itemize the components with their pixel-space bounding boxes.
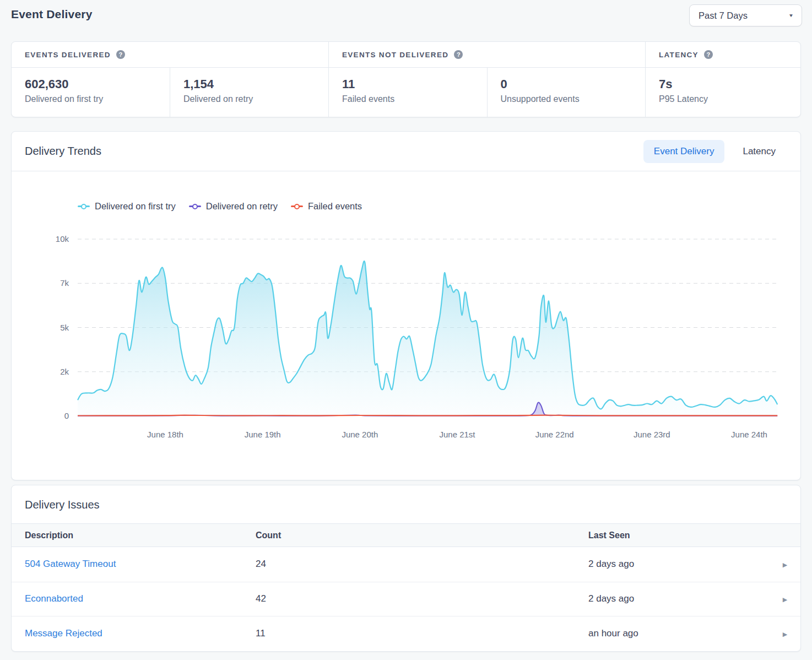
svg-text:June 21st: June 21st bbox=[439, 430, 475, 439]
svg-text:June 22nd: June 22nd bbox=[535, 430, 574, 439]
stat-label: Delivered on retry bbox=[183, 94, 315, 104]
stat-group-events-delivered: EVENTS DELIVERED ? 602,630 Delivered on … bbox=[12, 42, 328, 117]
svg-text:June 23rd: June 23rd bbox=[634, 430, 670, 439]
stat-cell: 1,154 Delivered on retry bbox=[170, 68, 328, 117]
stat-label: P95 Latency bbox=[659, 94, 787, 104]
stat-value: 602,630 bbox=[25, 77, 156, 91]
column-header-description: Description bbox=[25, 531, 256, 540]
svg-text:2k: 2k bbox=[60, 367, 69, 376]
stat-label: Unsupported events bbox=[501, 94, 632, 104]
issue-last-seen: 2 days ago bbox=[588, 559, 770, 570]
date-range-value: Past 7 Days bbox=[699, 10, 748, 21]
stat-group-label: EVENTS NOT DELIVERED bbox=[342, 51, 448, 59]
help-icon[interactable]: ? bbox=[454, 50, 463, 59]
date-range-select[interactable]: Past 7 Days ▼ bbox=[689, 4, 802, 26]
stat-group-label: LATENCY bbox=[659, 51, 699, 59]
svg-text:June 20th: June 20th bbox=[342, 430, 378, 439]
issue-last-seen: 2 days ago bbox=[588, 593, 770, 604]
svg-text:June 18th: June 18th bbox=[147, 430, 183, 439]
trends-chart-area: Delivered on first tryDelivered on retry… bbox=[12, 171, 800, 480]
help-icon[interactable]: ? bbox=[116, 50, 125, 59]
svg-text:10k: 10k bbox=[56, 234, 69, 244]
stat-value: 0 bbox=[501, 77, 632, 91]
stat-group-label: EVENTS DELIVERED bbox=[25, 51, 111, 59]
issues-table-body: 504 Gateway Timeout242 days ago▶Econnabo… bbox=[12, 547, 800, 651]
page-title: Event Delivery bbox=[11, 8, 93, 21]
stat-cell: 602,630 Delivered on first try bbox=[12, 68, 170, 117]
issues-table-header: Description Count Last Seen bbox=[12, 523, 800, 547]
issues-title: Delivery Issues bbox=[12, 485, 800, 523]
issue-link[interactable]: Econnaborted bbox=[25, 593, 83, 604]
help-icon[interactable]: ? bbox=[704, 50, 713, 59]
stats-card: EVENTS DELIVERED ? 602,630 Delivered on … bbox=[11, 41, 801, 117]
stat-label: Delivered on first try bbox=[25, 94, 156, 104]
stat-label: Failed events bbox=[342, 94, 474, 104]
table-row[interactable]: Message Rejected11an hour ago▶ bbox=[12, 616, 800, 651]
stat-group-events-not-delivered: EVENTS NOT DELIVERED ? 11 Failed events … bbox=[328, 42, 645, 117]
stat-cell: 11 Failed events bbox=[329, 68, 487, 117]
column-header-count: Count bbox=[256, 531, 588, 540]
tab-event-delivery[interactable]: Event Delivery bbox=[643, 140, 725, 163]
issue-count: 24 bbox=[256, 559, 588, 570]
column-header-last-seen: Last Seen bbox=[588, 531, 770, 540]
issue-link[interactable]: 504 Gateway Timeout bbox=[25, 559, 116, 569]
table-row[interactable]: Econnaborted422 days ago▶ bbox=[12, 582, 800, 616]
stat-value: 11 bbox=[342, 77, 474, 91]
trends-chart[interactable]: 02k5k7k10kJune 18thJune 19thJune 20thJun… bbox=[12, 171, 800, 480]
tab-latency[interactable]: Latency bbox=[728, 140, 791, 163]
delivery-issues-card: Delivery Issues Description Count Last S… bbox=[11, 485, 801, 652]
chevron-right-icon[interactable]: ▶ bbox=[783, 631, 787, 637]
chevron-right-icon[interactable]: ▶ bbox=[783, 561, 787, 568]
svg-text:0: 0 bbox=[64, 411, 69, 420]
svg-text:5k: 5k bbox=[60, 323, 69, 332]
svg-text:7k: 7k bbox=[60, 278, 69, 288]
stat-value: 1,154 bbox=[183, 77, 315, 91]
chevron-right-icon[interactable]: ▶ bbox=[783, 596, 787, 603]
stat-cell: 0 Unsupported events bbox=[487, 68, 646, 117]
stat-value: 7s bbox=[659, 77, 787, 91]
table-row[interactable]: 504 Gateway Timeout242 days ago▶ bbox=[12, 547, 800, 582]
svg-text:June 24th: June 24th bbox=[731, 430, 767, 439]
trends-title: Delivery Trends bbox=[25, 145, 101, 158]
stat-cell: 7s P95 Latency bbox=[646, 68, 800, 117]
stat-group-latency: LATENCY ? 7s P95 Latency bbox=[645, 42, 800, 117]
issue-last-seen: an hour ago bbox=[588, 628, 770, 639]
issue-link[interactable]: Message Rejected bbox=[25, 628, 102, 639]
chevron-down-icon: ▼ bbox=[788, 13, 794, 18]
issue-count: 11 bbox=[256, 628, 588, 639]
issue-count: 42 bbox=[256, 593, 588, 604]
delivery-trends-card: Delivery Trends Event Delivery Latency D… bbox=[11, 131, 801, 480]
svg-text:June 19th: June 19th bbox=[245, 430, 281, 439]
trends-tabs: Event Delivery Latency bbox=[643, 140, 791, 163]
